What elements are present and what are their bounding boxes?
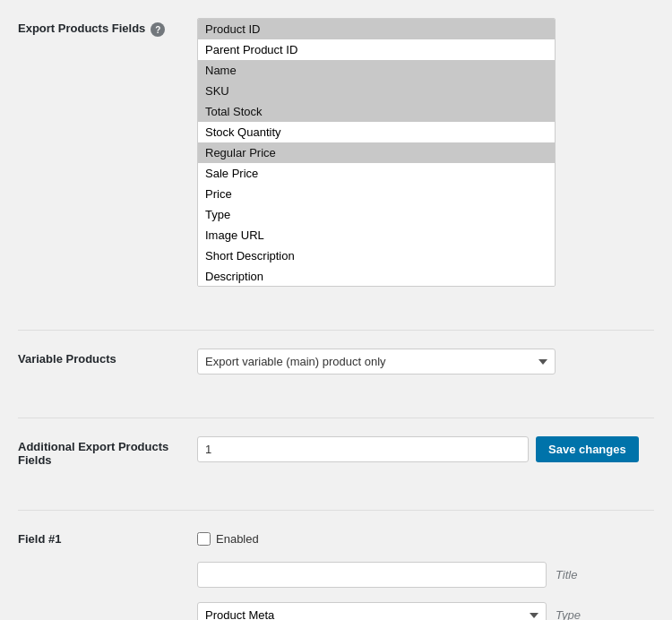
export-products-fields-multiselect[interactable]: Product ID Parent Product ID Name SKU To… (197, 18, 556, 287)
export-products-fields-control: Product ID Parent Product ID Name SKU To… (197, 18, 654, 287)
option-type[interactable]: Type (198, 204, 555, 225)
additional-export-control: Save changes (197, 436, 654, 462)
additional-export-input[interactable] (197, 436, 529, 462)
field1-enabled-checkbox[interactable] (197, 532, 211, 546)
variable-products-label: Variable Products (18, 349, 197, 366)
divider-1 (18, 330, 654, 331)
field1-row: Field #1 Enabled Title Product Meta Post… (18, 529, 654, 620)
field1-title-label: Title (556, 568, 591, 581)
label-text: Variable Products (18, 352, 116, 366)
option-stock-quantity[interactable]: Stock Quantity (198, 122, 555, 142)
divider-3 (18, 510, 654, 511)
option-description[interactable]: Description (198, 266, 555, 287)
option-sale-price[interactable]: Sale Price (198, 163, 555, 184)
label-text: Additional Export Products Fields (18, 440, 197, 467)
option-name[interactable]: Name (198, 60, 555, 81)
label-text: Export Products Fields (18, 22, 145, 35)
field1-label: Field #1 (18, 529, 197, 546)
option-regular-price[interactable]: Regular Price (198, 142, 555, 163)
export-products-fields-row: Export Products Fields ? Product ID Pare… (18, 18, 654, 308)
additional-export-row: Additional Export Products Fields Save c… (18, 436, 654, 488)
page-container: Export Products Fields ? Product ID Pare… (0, 0, 672, 620)
variable-products-control: Export variable (main) product only Expo… (197, 349, 654, 375)
save-changes-button[interactable]: Save changes (536, 436, 639, 462)
option-product-id[interactable]: Product ID (198, 19, 555, 39)
field1-type-select[interactable]: Product Meta Post Field Custom (197, 602, 547, 620)
label-text: Field #1 (18, 532, 61, 546)
export-products-fields-label: Export Products Fields ? (18, 18, 197, 37)
field1-title-row: Title (197, 562, 654, 588)
field1-title-input[interactable] (197, 562, 547, 588)
additional-export-label: Additional Export Products Fields (18, 436, 197, 467)
option-sku[interactable]: SKU (198, 81, 555, 101)
additional-export-input-row: Save changes (197, 436, 654, 462)
divider-2 (18, 418, 654, 418)
variable-products-row: Variable Products Export variable (main)… (18, 349, 654, 396)
field1-type-label: Type (556, 608, 591, 620)
field1-enabled-row: Enabled (197, 532, 654, 546)
export-fields-help-icon[interactable]: ? (151, 22, 165, 37)
option-image-url[interactable]: Image URL (198, 225, 555, 245)
field1-control: Enabled Title Product Meta Post Field Cu… (197, 532, 654, 620)
field1-enabled-label[interactable]: Enabled (216, 532, 259, 546)
option-parent-product-id[interactable]: Parent Product ID (198, 39, 555, 60)
option-short-description[interactable]: Short Description (198, 245, 555, 266)
field1-type-row: Product Meta Post Field Custom Type (197, 602, 654, 620)
option-total-stock[interactable]: Total Stock (198, 101, 555, 122)
variable-products-select[interactable]: Export variable (main) product only Expo… (197, 349, 556, 375)
option-price[interactable]: Price (198, 184, 555, 204)
